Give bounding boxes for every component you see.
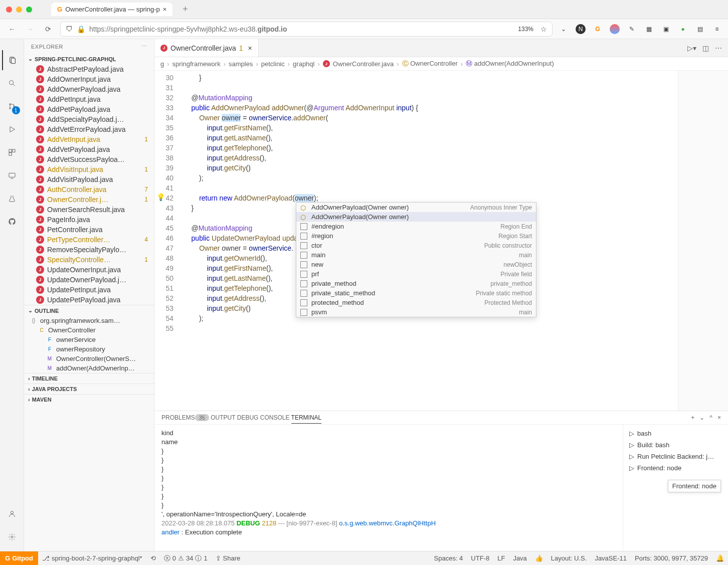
- url-bar[interactable]: ⛉ 🔒 https://springpetclinic-springpe-5yv…: [60, 22, 553, 37]
- file-item[interactable]: JOwnerController.j…1: [24, 195, 154, 205]
- suggestion-item[interactable]: psvmmain: [296, 307, 536, 317]
- outline-item[interactable]: FownerRepository: [24, 344, 154, 354]
- file-item[interactable]: JAddSpecialtyPayload.j…: [24, 114, 154, 124]
- file-item[interactable]: JPageInfo.java: [24, 215, 154, 225]
- lightbulb-icon[interactable]: 💡: [156, 193, 165, 201]
- suggestion-item[interactable]: ⬡AddOwnerPayload(Owner owner): [296, 212, 536, 222]
- suggestion-item[interactable]: private_static_methodPrivate static meth…: [296, 288, 536, 298]
- minimap[interactable]: [678, 71, 728, 411]
- sync-status[interactable]: ⟲: [146, 554, 160, 562]
- java-status-icon[interactable]: 👍: [531, 554, 547, 562]
- breadcrumb-item[interactable]: graphql: [293, 60, 314, 68]
- close-panel-icon[interactable]: ×: [717, 414, 721, 421]
- search-view-icon[interactable]: [2, 73, 22, 93]
- terminal-item[interactable]: ▷Frontend: node: [626, 462, 725, 474]
- maximize-window[interactable]: [26, 7, 32, 13]
- breadcrumb-item[interactable]: Ⓒ OwnerController: [402, 59, 458, 68]
- remote-view-icon[interactable]: [2, 165, 22, 185]
- settings-gear-icon[interactable]: [2, 527, 22, 547]
- terminal-item[interactable]: ▷Build: bash: [626, 439, 725, 451]
- new-terminal-icon[interactable]: +: [691, 414, 694, 421]
- outline-item[interactable]: COwnerController: [24, 325, 154, 335]
- ext-icon[interactable]: ●: [678, 24, 688, 34]
- back-button[interactable]: ←: [6, 23, 18, 35]
- gitpod-status[interactable]: GGitpod: [0, 551, 38, 565]
- test-view-icon[interactable]: [2, 189, 22, 209]
- terminal-item[interactable]: ▷Run Petclinic Backend: j…: [626, 451, 725, 462]
- extensions-view-icon[interactable]: [2, 142, 22, 162]
- file-item[interactable]: JAddPetPayload.java: [24, 104, 154, 114]
- breadcrumb-item[interactable]: petclinic: [261, 60, 285, 68]
- section-header[interactable]: ›MAVEN: [24, 394, 154, 405]
- maximize-panel-icon[interactable]: ^: [709, 414, 712, 421]
- file-item[interactable]: JUpdateOwnerInput.java: [24, 265, 154, 275]
- jdk-status[interactable]: JavaSE-11: [591, 554, 631, 562]
- suggestion-item[interactable]: #regionRegion Start: [296, 231, 536, 241]
- outline-item[interactable]: {}org.springframework.sam…: [24, 316, 154, 325]
- zoom-level[interactable]: 133%: [515, 25, 536, 34]
- file-item[interactable]: JUpdatePetPayload.java: [24, 295, 154, 305]
- file-item[interactable]: JAddVetErrorPayload.java: [24, 124, 154, 134]
- close-window[interactable]: [6, 7, 12, 13]
- breadcrumb-item[interactable]: OwnerController.java: [333, 60, 394, 68]
- ext-icon[interactable]: ▣: [661, 24, 671, 34]
- eol-status[interactable]: LF: [493, 554, 509, 562]
- breadcrumb-item[interactable]: samples: [229, 60, 253, 68]
- suggestion-item[interactable]: #endregionRegion End: [296, 222, 536, 231]
- terminal-item[interactable]: ▷bash: [626, 428, 725, 439]
- file-item[interactable]: JRemoveSpecialtyPaylo…: [24, 245, 154, 255]
- branch-status[interactable]: ⎇spring-boot-2-7-spring-graphql*: [38, 554, 146, 562]
- layout-status[interactable]: Layout: U.S.: [547, 554, 591, 562]
- editor-tab[interactable]: J OwnerController.java 1 ×: [154, 39, 259, 57]
- explorer-view-icon[interactable]: [2, 50, 22, 70]
- suggestion-item[interactable]: newnewObject: [296, 260, 536, 269]
- spaces-status[interactable]: Spaces: 4: [430, 554, 467, 562]
- ext-icon[interactable]: ✎: [627, 24, 637, 34]
- file-item[interactable]: JAddVetSuccessPayloa…: [24, 154, 154, 164]
- breadcrumb[interactable]: g›springframework›samples›petclinic›grap…: [154, 57, 728, 71]
- file-item[interactable]: JAddVisitPayload.java: [24, 174, 154, 184]
- ext-icon[interactable]: [610, 24, 620, 34]
- suggestion-item[interactable]: private_methodprivate_method: [296, 279, 536, 288]
- file-item[interactable]: JPetController.java: [24, 225, 154, 235]
- suggestion-item[interactable]: protected_methodProtected Method: [296, 298, 536, 307]
- ports-status[interactable]: Ports: 3000, 9977, 35729: [631, 554, 712, 562]
- file-item[interactable]: JUpdateOwnerPayload.j…: [24, 275, 154, 285]
- breadcrumb-item[interactable]: g: [160, 60, 164, 68]
- ext-icon[interactable]: N: [576, 24, 586, 34]
- more-icon[interactable]: ⋯: [715, 44, 722, 52]
- suggestion-widget[interactable]: ⬡AddOwnerPayload(Owner owner)Anonymous I…: [296, 202, 536, 317]
- outline-item[interactable]: FownerService: [24, 335, 154, 344]
- panel-tab[interactable]: DEBUG CONSOLE: [237, 412, 290, 423]
- minimize-window[interactable]: [16, 7, 22, 13]
- suggestion-item[interactable]: ⬡AddOwnerPayload(Owner owner)Anonymous I…: [296, 203, 536, 212]
- suggestion-item[interactable]: mainmain: [296, 250, 536, 260]
- debug-view-icon[interactable]: [2, 119, 22, 139]
- bookmark-icon[interactable]: ☆: [540, 25, 547, 33]
- file-item[interactable]: JAddVetInput.java1: [24, 134, 154, 144]
- browser-tab[interactable]: G OwnerController.java — spring-p ×: [51, 3, 172, 16]
- split-editor-icon[interactable]: ◫: [702, 44, 709, 52]
- ext-icon[interactable]: ▤: [695, 24, 705, 34]
- reload-button[interactable]: ⟳: [42, 23, 54, 35]
- new-tab-button[interactable]: +: [183, 4, 188, 15]
- panel-tab[interactable]: PROBLEMS: [161, 412, 195, 423]
- gitpod-ext-icon[interactable]: G: [593, 24, 603, 34]
- outline-item[interactable]: MaddOwner(AddOwnerInp…: [24, 363, 154, 373]
- terminal-output[interactable]: kind name } } } } } }}', operationName='…: [154, 425, 623, 551]
- file-item[interactable]: JAuthController.java7: [24, 184, 154, 195]
- file-item[interactable]: JAddVetPayload.java: [24, 144, 154, 154]
- suggestion-item[interactable]: ctorPublic constructor: [296, 241, 536, 250]
- file-item[interactable]: JAddPetInput.java: [24, 94, 154, 104]
- hamburger-menu[interactable]: ≡: [712, 24, 722, 34]
- pocket-icon[interactable]: ⌄: [559, 24, 569, 34]
- panel-tab[interactable]: TERMINAL: [291, 412, 322, 424]
- breadcrumb-item[interactable]: springframework: [172, 60, 221, 68]
- file-item[interactable]: JPetTypeController…4: [24, 235, 154, 245]
- github-view-icon[interactable]: [2, 212, 22, 232]
- outline-header[interactable]: ⌄OUTLINE: [24, 305, 154, 316]
- section-header[interactable]: ›JAVA PROJECTS: [24, 384, 154, 394]
- project-header[interactable]: ⌄ SPRING-PETCLINIC-GRAPHQL: [24, 54, 154, 64]
- outline-item[interactable]: MOwnerController(OwnerS…: [24, 354, 154, 363]
- more-icon[interactable]: ⋯: [141, 43, 147, 50]
